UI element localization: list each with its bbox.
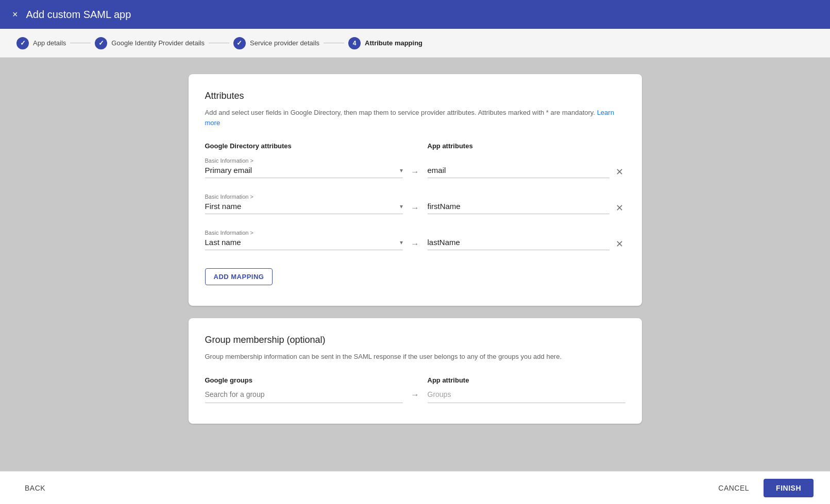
field-select-1[interactable]: Primary email ▾: [205, 166, 403, 178]
remove-mapping-button-1[interactable]: ✕: [614, 164, 625, 180]
footer-left: BACK: [16, 480, 54, 496]
step-number-4: 4: [353, 40, 357, 47]
main-content: Attributes Add and select user fields in…: [0, 58, 830, 471]
mapping-left-3: Basic Information > Last name ▾: [205, 230, 403, 250]
field-select-value-3: Last name: [205, 238, 398, 247]
close-button[interactable]: ×: [12, 9, 18, 20]
footer-right: CANCEL FINISH: [710, 479, 814, 497]
arrow-connector-1: →: [403, 167, 428, 177]
attributes-card-title: Attributes: [205, 91, 625, 101]
chevron-down-icon-3: ▾: [400, 239, 403, 246]
arrow-connector-3: →: [403, 239, 428, 249]
attributes-card: Attributes Add and select user fields in…: [189, 74, 642, 306]
mapping-row-3: Basic Information > Last name ▾ → ✕: [205, 228, 625, 252]
step-attribute-mapping: 4 Attribute mapping: [348, 37, 422, 49]
remove-mapping-button-3[interactable]: ✕: [614, 236, 625, 252]
footer: BACK CANCEL FINISH: [0, 471, 830, 504]
step-connector-2: [209, 43, 229, 43]
group-card-title: Group membership (optional): [205, 335, 625, 345]
group-attr-col: App attribute Groups: [428, 376, 625, 403]
app-attribute-value: Groups: [428, 390, 625, 403]
col-header-app: App attributes: [428, 142, 625, 150]
page-title: Add custom SAML app: [26, 9, 131, 21]
top-bar: × Add custom SAML app: [0, 0, 830, 29]
step-label-4: Attribute mapping: [365, 39, 422, 47]
step-label-2: Google Identity Provider details: [111, 39, 205, 47]
cancel-button[interactable]: CANCEL: [710, 480, 757, 496]
stepper: ✓ App details ✓ Google Identity Provider…: [0, 29, 830, 58]
field-select-value-1: Primary email: [205, 166, 398, 175]
mapping-row-1: Basic Information > Primary email ▾ → ✕: [205, 156, 625, 180]
step-circle-1: ✓: [16, 37, 29, 49]
app-attr-input-1[interactable]: [428, 166, 609, 178]
mapping-right-3: ✕: [428, 228, 625, 252]
step-circle-4: 4: [348, 37, 361, 49]
step-service-provider: ✓ Service provider details: [233, 37, 319, 49]
step-circle-2: ✓: [95, 37, 107, 49]
arrow-connector-2: →: [403, 203, 428, 213]
chevron-down-icon-2: ▾: [400, 203, 403, 210]
mapping-right-1: ✕: [428, 156, 625, 180]
group-membership-card: Group membership (optional) Group member…: [189, 318, 642, 424]
field-category-3: Basic Information >: [205, 230, 403, 236]
step-circle-3: ✓: [233, 37, 246, 49]
remove-mapping-button-2[interactable]: ✕: [614, 200, 625, 216]
step-connector-3: [324, 43, 344, 43]
add-mapping-button[interactable]: ADD MAPPING: [205, 268, 273, 285]
mapping-right-2: ✕: [428, 192, 625, 216]
group-card-description: Group membership information can be sent…: [205, 352, 625, 362]
mapping-row-2: Basic Information > First name ▾ → ✕: [205, 192, 625, 216]
group-row: Google groups → App attribute Groups: [205, 376, 625, 403]
group-search-input[interactable]: [205, 390, 403, 403]
app-attr-input-2[interactable]: [428, 202, 609, 214]
field-select-3[interactable]: Last name ▾: [205, 238, 403, 250]
field-category-1: Basic Information >: [205, 158, 403, 164]
app-attr-input-3[interactable]: [428, 238, 609, 250]
step-google-idp: ✓ Google Identity Provider details: [95, 37, 205, 49]
mapping-left-2: Basic Information > First name ▾: [205, 194, 403, 214]
attributes-card-description: Add and select user fields in Google Dir…: [205, 108, 625, 128]
step-app-details: ✓ App details: [16, 37, 66, 49]
chevron-down-icon-1: ▾: [400, 167, 403, 174]
mapping-left-1: Basic Information > Primary email ▾: [205, 158, 403, 178]
field-category-2: Basic Information >: [205, 194, 403, 200]
field-select-2[interactable]: First name ▾: [205, 202, 403, 214]
field-select-value-2: First name: [205, 202, 398, 211]
app-attribute-label: App attribute: [428, 376, 625, 384]
mapping-header: Google Directory attributes App attribut…: [205, 142, 625, 150]
google-groups-label: Google groups: [205, 376, 403, 384]
col-header-google: Google Directory attributes: [205, 142, 403, 150]
back-button[interactable]: BACK: [16, 480, 54, 496]
group-search-col: Google groups: [205, 376, 403, 403]
step-connector-1: [70, 43, 91, 43]
step-label-3: Service provider details: [250, 39, 319, 47]
step-label-1: App details: [33, 39, 66, 47]
finish-button[interactable]: FINISH: [764, 479, 814, 497]
group-arrow-connector: →: [403, 390, 428, 399]
